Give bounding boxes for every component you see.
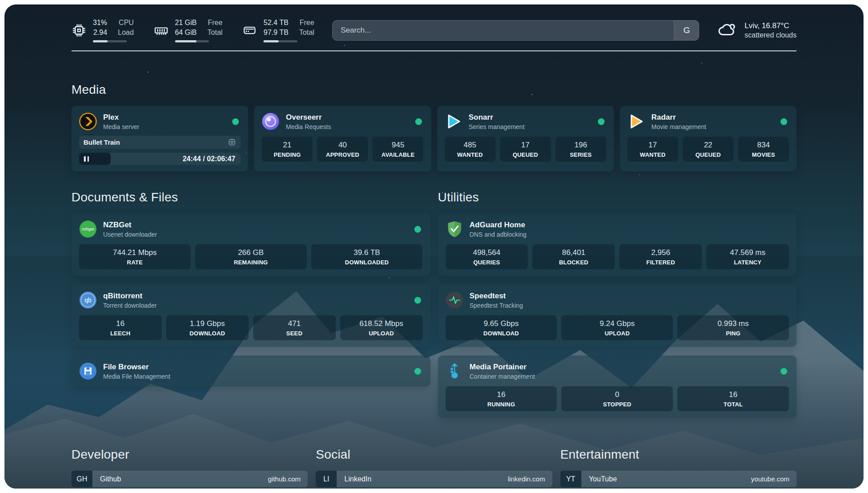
service-card-plex[interactable]: PlexMedia serverBullet Train24:44 / 02:0… — [71, 106, 248, 171]
documents-files-cards: nzbgetNZBGetUsenet downloader744.21 Mbps… — [71, 213, 430, 387]
stat-label: LEECH — [81, 330, 160, 337]
stat-block: 471SEED — [253, 315, 336, 340]
status-dot-online — [232, 118, 239, 125]
cpu-icon — [71, 23, 87, 38]
stat-value: 618.52 Mbps — [342, 319, 421, 328]
stat-block: 9.65 GbpsDOWNLOAD — [446, 315, 557, 340]
resource-widgets: 31%2.94CPULoad21 GiB64 GiBFreeTotal52.4 … — [71, 18, 314, 42]
service-header: File BrowserMedia File Management — [79, 362, 423, 380]
video-icon — [228, 138, 236, 146]
stat-block: 9.24 GbpsUPLOAD — [561, 315, 673, 340]
service-titles: RadarrMovie management — [651, 113, 706, 130]
bookmark-url: github.com — [268, 475, 308, 483]
stat-label: DOWNLOAD — [447, 330, 555, 337]
stat-label: BLOCKED — [534, 259, 613, 266]
bookmark-name: LinkedIn — [337, 475, 371, 483]
stat-value: 16 — [81, 319, 160, 328]
stat-block: 485WANTED — [445, 137, 496, 162]
weather-location-temp: Lviv, 16.87°C — [744, 21, 797, 30]
service-name: Plex — [103, 113, 139, 122]
stat-value: 16 — [447, 390, 555, 399]
service-card-file-browser[interactable]: File BrowserMedia File Management — [71, 355, 430, 387]
service-card-speedtest[interactable]: SpeedtestSpeedtest Tracking9.65 GbpsDOWN… — [438, 284, 797, 347]
search-input[interactable] — [333, 21, 674, 40]
stat-value: 834 — [740, 141, 787, 150]
resource-label-2: Load — [118, 28, 134, 38]
service-name: Media Portainer — [470, 363, 535, 372]
stat-label: REMAINING — [197, 259, 305, 266]
portainer-icon — [446, 362, 463, 380]
service-card-nzbget[interactable]: nzbgetNZBGetUsenet downloader744.21 Mbps… — [71, 213, 430, 276]
service-stats: 17WANTED22QUEUED834MOVIES — [627, 137, 789, 162]
overseerr-icon — [262, 113, 280, 130]
stat-label: QUEUED — [684, 151, 732, 158]
search-bar: G — [332, 20, 700, 41]
service-header: AdGuard HomeDNS and adblocking — [446, 220, 789, 238]
bookmark-group-social: SocialLILinkedInlinkedin.comTWTwittertwi… — [316, 447, 552, 489]
bookmarks-section: DeveloperGHGithubgithub.comSOStackOverfl… — [71, 447, 797, 489]
stat-block: 945AVAILABLE — [372, 137, 423, 162]
stat-block: 266 GBREMAINING — [195, 244, 307, 269]
disk-icon — [242, 23, 257, 38]
stat-value: 9.65 Gbps — [447, 319, 555, 328]
service-subtitle: Series management — [469, 123, 525, 130]
service-stats: 498,564QUERIES86,401BLOCKED2,956FILTERED… — [446, 244, 789, 269]
service-subtitle: Torrent downloader — [103, 302, 157, 309]
resource-values: 21 GiB64 GiB — [175, 18, 197, 37]
bookmark-youtube[interactable]: YTYouTubeyoutube.com — [560, 471, 797, 487]
stat-block: 40APPROVED — [317, 137, 368, 162]
resource-progress-bar — [93, 40, 127, 42]
svg-text:qb: qb — [84, 297, 92, 304]
service-titles: qBittorrentTorrent downloader — [103, 292, 157, 309]
playback-progress-fill — [79, 153, 111, 165]
stat-block: 17WANTED — [627, 137, 678, 162]
resource-value-2: 64 GiB — [175, 28, 197, 38]
service-card-adguard-home[interactable]: AdGuard HomeDNS and adblocking498,564QUE… — [438, 213, 797, 276]
resource-labels: FreeTotal — [299, 18, 314, 37]
stat-label: DOWNLOADED — [313, 259, 421, 266]
stat-value: 16 — [679, 390, 787, 399]
top-bar: 31%2.94CPULoad21 GiB64 GiBFreeTotal52.4 … — [71, 18, 797, 42]
stat-label: UPLOAD — [342, 330, 421, 337]
resource-label-1: CPU — [119, 18, 134, 28]
bookmark-github[interactable]: GHGithubgithub.com — [71, 471, 308, 487]
stat-value: 0 — [563, 390, 671, 399]
bookmark-linkedin[interactable]: LILinkedInlinkedin.com — [316, 471, 552, 487]
stat-value: 40 — [319, 141, 366, 150]
stat-value: 0.993 ms — [679, 319, 787, 328]
resource-body: 31%2.94CPULoad — [93, 18, 134, 42]
service-name: qBittorrent — [103, 292, 157, 301]
weather-widget[interactable]: Lviv, 16.87°C scattered clouds — [717, 19, 797, 42]
service-stats: 9.65 GbpsDOWNLOAD9.24 GbpsUPLOAD0.993 ms… — [446, 315, 789, 340]
resource-progress-bar — [263, 40, 297, 42]
search-provider-button[interactable]: G — [674, 21, 699, 40]
service-titles: NZBGetUsenet downloader — [103, 221, 157, 238]
status-dot-online — [598, 118, 605, 125]
resource-body: 52.4 TB97.9 TBFreeTotal — [263, 18, 314, 42]
service-card-sonarr[interactable]: SonarrSeries management485WANTED17QUEUED… — [437, 106, 614, 171]
section-title-utilities: Utilities — [438, 190, 797, 205]
resource-value-1: 52.4 TB — [263, 18, 288, 28]
stat-value: 1.19 Gbps — [168, 319, 247, 328]
service-card-overseerr[interactable]: OverseerrMedia Requests21PENDING40APPROV… — [254, 106, 431, 171]
service-card-qbittorrent[interactable]: qbqBittorrentTorrent downloader16LEECH1.… — [71, 284, 430, 347]
stat-value: 86,401 — [534, 248, 613, 257]
stat-value: 9.24 Gbps — [563, 319, 671, 328]
stat-block: 86,401BLOCKED — [532, 244, 615, 269]
resource-progress-bar — [175, 40, 209, 42]
bookmark-abbr: LI — [316, 471, 337, 487]
media-cards: PlexMedia serverBullet Train24:44 / 02:0… — [71, 106, 797, 171]
stat-block: 16LEECH — [79, 315, 162, 340]
stat-block: 22QUEUED — [683, 137, 734, 162]
resource-progress-fill — [263, 40, 278, 42]
resource-labels: CPULoad — [118, 18, 134, 37]
service-titles: AdGuard HomeDNS and adblocking — [470, 221, 527, 238]
stat-block: 618.52 MbpsUPLOAD — [340, 315, 423, 340]
service-card-media-portainer[interactable]: Media PortainerContainer management16RUN… — [438, 355, 797, 418]
status-dot-online — [414, 297, 421, 304]
service-card-radarr[interactable]: RadarrMovie management17WANTED22QUEUED83… — [620, 106, 797, 171]
stat-block: 16RUNNING — [446, 386, 557, 411]
resource-progress-fill — [93, 40, 108, 42]
stat-label: WANTED — [629, 151, 676, 158]
stat-value: 2,956 — [621, 248, 700, 257]
